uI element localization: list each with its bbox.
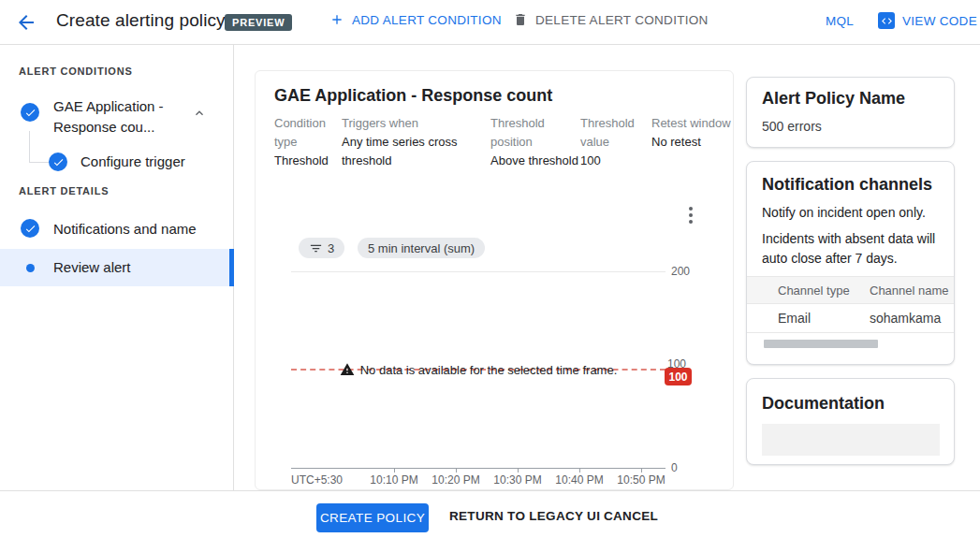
gridline-200	[291, 271, 666, 272]
alert-policy-name-value: 500 errors	[762, 119, 822, 134]
page-title: Create alerting policy	[56, 10, 226, 31]
check-circle-icon	[21, 103, 39, 122]
x-tick-mark	[394, 468, 395, 473]
detail-threshold-position: Threshold position Above threshold	[490, 114, 580, 170]
return-to-legacy-ui-button[interactable]: RETURN TO LEGACY UI	[449, 509, 600, 523]
x-tick-label: 10:30 PM	[490, 473, 546, 487]
interval-chip[interactable]: 5 min interval (sum)	[358, 238, 485, 258]
detail-label: Triggers when	[342, 114, 490, 133]
detail-value: Threshold	[274, 152, 342, 170]
detail-value: No retest	[651, 133, 732, 152]
timezone-label: UTC+5:30	[291, 473, 343, 487]
horizontal-scrollbar[interactable]	[764, 340, 878, 348]
condition-item-line1: GAE Application -	[53, 96, 184, 117]
delete-alert-condition-button[interactable]: DELETE ALERT CONDITION	[513, 12, 709, 27]
detail-value: Any time series cross threshold	[342, 133, 490, 170]
notifications-item-label: Notifications and name	[53, 221, 197, 237]
x-tick-label: 10:10 PM	[366, 473, 422, 487]
plus-icon	[329, 12, 344, 27]
create-policy-button[interactable]: CREATE POLICY	[316, 503, 429, 532]
action-footer: CREATE POLICY RETURN TO LEGACY UI CANCEL	[0, 490, 980, 538]
sidebar-item-notifications[interactable]: Notifications and name	[0, 215, 234, 243]
detail-label: Threshold value	[580, 114, 651, 152]
x-tick-mark	[641, 468, 642, 473]
sidebar-item-condition[interactable]: GAE Application - Response cou...	[0, 94, 234, 138]
sidebar-item-configure-trigger[interactable]: Configure trigger	[0, 150, 234, 176]
x-tick-mark	[456, 468, 457, 473]
x-tick-label: 10:20 PM	[428, 473, 484, 487]
sidebar-item-review-alert[interactable]: Review alert	[0, 249, 234, 286]
configure-trigger-label: Configure trigger	[80, 153, 185, 169]
interval-label: 5 min interval (sum)	[368, 241, 475, 255]
mql-button[interactable]: MQL	[826, 14, 854, 28]
x-tick-mark	[518, 468, 519, 473]
channel-type-cell: Email	[778, 311, 811, 326]
detail-threshold-value: Threshold value 100	[580, 114, 651, 170]
notification-channels-title: Notification channels	[762, 175, 932, 195]
alert-policy-name-card: Alert Policy Name 500 errors	[746, 77, 955, 148]
condition-item-line2: Response cou...	[53, 117, 184, 138]
add-alert-condition-label: ADD ALERT CONDITION	[352, 13, 502, 27]
mql-label: MQL	[826, 14, 854, 28]
kebab-icon	[689, 207, 693, 211]
condition-item-label: GAE Application - Response cou...	[53, 96, 184, 138]
chart-overflow-menu-button[interactable]	[681, 205, 700, 225]
condition-preview-card: GAE Application - Response count Conditi…	[255, 70, 734, 490]
x-tick-mark	[579, 468, 580, 473]
channels-table-header: Channel type Channel name	[747, 276, 955, 304]
detail-retest-window: Retest window No retest	[651, 114, 732, 170]
preview-badge: PREVIEW	[225, 14, 292, 31]
current-step-dot-icon	[26, 264, 35, 272]
x-tick-label: 10:40 PM	[551, 473, 607, 487]
no-data-message-row: No data is available for the selected ti…	[291, 361, 666, 378]
top-bar: Create alerting policy PREVIEW ADD ALERT…	[0, 0, 980, 45]
alert-conditions-section-label: ALERT CONDITIONS	[19, 65, 133, 77]
filter-chip[interactable]: 3	[299, 238, 344, 258]
detail-triggers-when: Triggers when Any time series cross thre…	[342, 114, 490, 170]
cancel-button[interactable]: CANCEL	[604, 509, 658, 523]
add-alert-condition-button[interactable]: ADD ALERT CONDITION	[329, 12, 502, 27]
channel-name-header: Channel name	[870, 284, 949, 298]
review-alert-label: Review alert	[53, 259, 131, 275]
filter-list-icon	[309, 241, 323, 255]
channel-name-cell: sohamkama	[870, 311, 941, 326]
auto-close-text: Incidents with absent data will auto clo…	[762, 229, 945, 269]
detail-value: 100	[580, 152, 651, 170]
condition-title: GAE Application - Response count	[274, 86, 552, 106]
notify-condition-text: Notify on incident open only.	[762, 205, 926, 220]
code-icon	[878, 12, 895, 29]
y-tick-200: 200	[671, 265, 690, 278]
view-code-label: VIEW CODE	[902, 14, 977, 28]
check-circle-icon	[21, 219, 39, 238]
condition-details-row: Condition type Threshold Triggers when A…	[274, 114, 732, 170]
threshold-value-badge: 100	[665, 368, 692, 385]
x-tick-label: 10:50 PM	[613, 473, 669, 487]
filter-count: 3	[328, 241, 334, 255]
trash-icon	[513, 12, 528, 27]
steps-sidebar: ALERT CONDITIONS GAE Application - Respo…	[0, 45, 234, 490]
active-item-indicator	[229, 249, 234, 286]
documentation-title: Documentation	[762, 394, 885, 414]
alert-policy-name-title: Alert Policy Name	[762, 89, 905, 109]
create-alerting-policy-page: Create alerting policy PREVIEW ADD ALERT…	[0, 0, 980, 538]
table-row: Email sohamkama	[747, 304, 955, 333]
arrow-back-icon	[15, 22, 37, 36]
detail-condition-type: Condition type Threshold	[274, 114, 342, 170]
alert-details-section-label: ALERT DETAILS	[19, 185, 109, 196]
documentation-card: Documentation	[746, 378, 955, 465]
detail-label: Condition type	[274, 114, 342, 152]
x-axis-line	[291, 468, 666, 469]
chevron-up-icon[interactable]	[192, 106, 207, 121]
y-tick-0: 0	[671, 461, 678, 474]
check-circle-icon	[49, 153, 67, 171]
documentation-placeholder	[762, 424, 940, 456]
channels-table: Channel type Channel name Email sohamkam…	[747, 276, 955, 333]
view-code-button[interactable]: VIEW CODE	[878, 12, 977, 29]
delete-alert-condition-label: DELETE ALERT CONDITION	[535, 13, 709, 27]
detail-label: Threshold position	[490, 114, 580, 152]
notification-channels-card: Notification channels Notify on incident…	[746, 161, 955, 365]
back-button[interactable]	[15, 11, 37, 34]
no-data-message: No data is available for the selected ti…	[360, 363, 618, 377]
warning-icon	[340, 362, 355, 377]
detail-label: Retest window	[651, 114, 732, 133]
